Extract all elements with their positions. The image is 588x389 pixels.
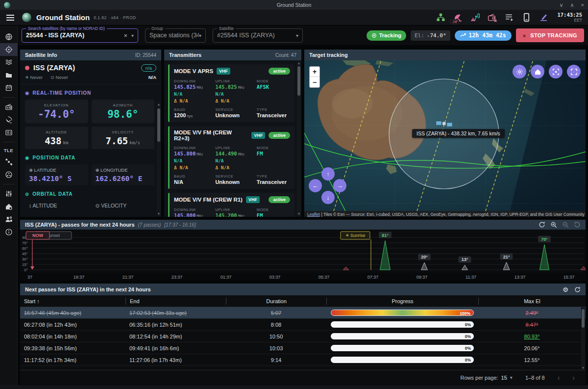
satellite-dropdown-icon[interactable]: ▾	[296, 33, 298, 38]
menu-icon[interactable]	[6, 14, 15, 21]
scroll-down-icon[interactable]: ▼	[157, 212, 161, 215]
device-icon[interactable]	[521, 12, 532, 23]
sidebar-item-info[interactable]	[0, 226, 18, 238]
group-select[interactable]: Group Space stations (34) ▾	[145, 28, 206, 43]
rows-per-page-control[interactable]: Rows per page: 15 ▾	[461, 375, 513, 381]
table-scrollbar[interactable]: ▼	[581, 307, 585, 370]
pass-peak[interactable]	[343, 267, 348, 270]
search-dropdown-icon[interactable]: ▾	[131, 33, 134, 38]
sidebar-item-calendar[interactable]	[0, 81, 18, 94]
stop-icon: ■	[523, 33, 526, 38]
table-row[interactable]: 11:17:52 (in 17h 34m)11:27:06 (in 17h 43…	[20, 354, 586, 366]
zoom-out-button[interactable]: −	[310, 77, 319, 87]
pagination-range: 1–8 of 8	[525, 375, 545, 381]
table-row[interactable]: 16:57:46 (45m 40s ago)17:02:53 (40m 33s …	[20, 307, 586, 319]
rotators-status-icon[interactable]	[435, 12, 446, 23]
pass-peak[interactable]	[462, 265, 468, 270]
globe-icon	[5, 33, 13, 41]
search-input[interactable]: Search satellites (by name or NORAD ID) …	[22, 28, 138, 43]
sidebar-item-waves[interactable]	[0, 56, 18, 69]
pass-peak[interactable]	[581, 266, 586, 270]
leaflet-link[interactable]: Leaflet	[307, 212, 320, 217]
map-settings-button[interactable]	[513, 65, 526, 78]
update-meta: ⊙ Never	[50, 75, 68, 80]
scroll-up-icon[interactable]: ▲	[157, 103, 161, 106]
scroll-down-icon[interactable]: ▼	[297, 212, 301, 215]
map-center-target-button[interactable]	[549, 65, 563, 78]
sidebar-item-sat[interactable]	[0, 156, 18, 168]
previous-page-button[interactable]: ‹	[558, 374, 560, 382]
progress-bar: 0%	[331, 321, 474, 328]
rows-per-page-dropdown-icon: ▾	[510, 375, 513, 380]
satinfo-scrollbar[interactable]: ▲ ▼	[157, 103, 161, 216]
satellite-tooltip: ISS (ZARYA) - 438.32 km, 7.65 km/s	[412, 129, 505, 138]
transmitter-card[interactable]: MODE V APRSVHFactiveDOWNLINK145.825MHzN/…	[168, 64, 294, 122]
map-home-button[interactable]	[531, 65, 544, 78]
table-settings-icon[interactable]: ⚙	[563, 286, 568, 293]
chart-pass-count: (7 passes)	[138, 222, 161, 228]
chart-zoom-in-icon[interactable]	[550, 221, 557, 228]
elevation-pen-icon[interactable]	[538, 12, 549, 23]
table-row[interactable]: 06:27:08 (in 12h 43m)06:35:16 (in 12h 51…	[20, 319, 586, 331]
window-minimize-button[interactable]: ∨	[559, 2, 563, 8]
column-end[interactable]: End	[125, 298, 226, 305]
cell-progress: 0%	[326, 321, 478, 328]
sidebar-item-folder[interactable]	[0, 69, 18, 81]
table-row[interactable]: 09:39:38 (in 15h 56m)09:49:41 (in 16h 6m…	[20, 342, 586, 354]
column-progress[interactable]: Progress	[326, 298, 478, 305]
transmitters-list[interactable]: MODE V APRSVHFactiveDOWNLINK145.825MHzN/…	[164, 60, 301, 217]
chart-zoom-out-icon[interactable]	[562, 221, 569, 228]
zoom-in-button[interactable]: +	[310, 67, 319, 77]
table-body: 16:57:46 (45m 40s ago)17:02:53 (40m 33s …	[20, 307, 586, 371]
map[interactable]: + − ↑ ← → ↓ ISS (ZARYA) -	[304, 60, 586, 211]
table-refresh-icon[interactable]	[574, 286, 581, 293]
rotator-elevation-icon[interactable]: -74°	[452, 12, 463, 23]
window-maximize-button[interactable]: ∧	[570, 2, 574, 8]
sidebar-item-users[interactable]	[0, 213, 18, 226]
satellite-select[interactable]: Satellite #25544 ISS (ZARYA) ▾	[213, 28, 303, 43]
satinfo-scroll-thumb[interactable]	[157, 108, 160, 142]
stop-tracking-button[interactable]: ■ STOP TRACKING	[516, 28, 584, 42]
table-scroll-thumb[interactable]	[582, 309, 585, 328]
pan-right-button[interactable]: →	[333, 179, 346, 192]
search-clear-icon[interactable]: ×	[123, 32, 127, 39]
column-start[interactable]: Start ↑	[20, 298, 125, 304]
window-close-button[interactable]: ×	[581, 2, 584, 8]
sidebar-item-dots[interactable]	[0, 168, 18, 181]
sidebar-item-dish[interactable]	[0, 113, 18, 126]
target-icon	[5, 46, 13, 53]
chart-reset-icon[interactable]	[574, 221, 581, 228]
passes-chart[interactable]: 90°75°60°45°30°15°0°3719:3721:3723:3701:…	[20, 230, 586, 281]
antenna-alert-icon[interactable]	[469, 12, 480, 23]
queue-icon[interactable]	[504, 12, 514, 23]
group-label: Group	[149, 26, 165, 31]
group-dropdown-icon[interactable]: ▾	[199, 33, 201, 38]
transmitters-scrollbar[interactable]: ▲ ▼	[297, 61, 301, 216]
sidebar-item-sliders[interactable]	[0, 187, 18, 200]
sidebar-item-target[interactable]	[0, 43, 18, 56]
map-fullscreen-button[interactable]	[567, 65, 581, 78]
radio-off-icon[interactable]	[487, 12, 497, 23]
sidebar-item-card[interactable]	[0, 126, 18, 139]
sidebar-item-homegear[interactable]	[0, 200, 18, 213]
pass-peak[interactable]	[380, 241, 391, 270]
transmitters-scroll-thumb[interactable]	[297, 66, 300, 96]
next-page-button[interactable]: ›	[572, 374, 575, 382]
pan-left-button[interactable]: ←	[309, 179, 322, 192]
pass-peak[interactable]	[421, 262, 428, 270]
transmitter-card[interactable]: MODE V/V FM (CREW R2+3)VHFactiveDOWNLINK…	[168, 126, 294, 189]
sidebar-item-radio[interactable]	[0, 101, 18, 113]
peak-label: 81°	[382, 233, 389, 238]
scroll-down-icon[interactable]: ▼	[581, 366, 585, 369]
pan-up-button[interactable]: ↑	[321, 167, 335, 181]
pan-down-button[interactable]: ↓	[321, 191, 335, 204]
chart-refresh-icon[interactable]	[539, 221, 545, 228]
pass-peak[interactable]	[503, 262, 510, 270]
sidebar-item-globe[interactable]	[0, 30, 18, 43]
column-duration[interactable]: Duration	[226, 298, 326, 305]
transmitter-card[interactable]: MODE V/V FM (CREW R1)VHFactiveDOWNLINK14…	[168, 193, 294, 217]
table-row[interactable]: 08:02:04 (in 14h 18m)08:12:54 (in 14h 29…	[20, 331, 586, 342]
column-max-el[interactable]: Max El	[478, 298, 586, 305]
scroll-up-icon[interactable]: ▲	[297, 62, 301, 65]
satinfo-scroll-area[interactable]: ◉ REAL-TIME POSITION ELEVATION-74.0°AZIM…	[20, 84, 161, 210]
